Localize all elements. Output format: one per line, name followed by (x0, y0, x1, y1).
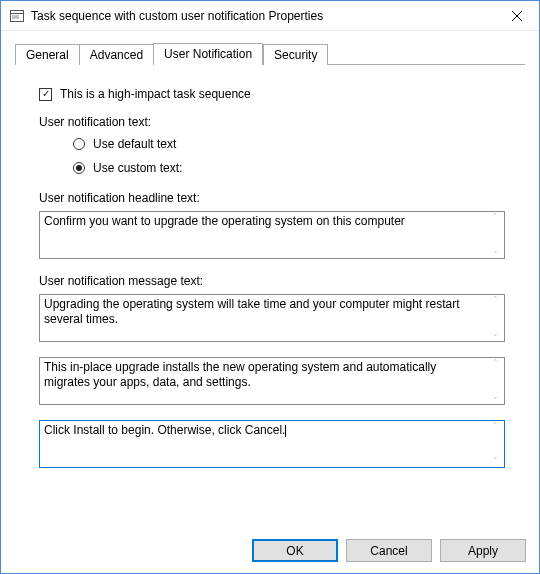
tab-panel-user-notification: ✓ This is a high-impact task sequence Us… (15, 65, 525, 490)
close-button[interactable] (494, 1, 539, 30)
high-impact-checkbox[interactable]: ✓ (39, 88, 52, 101)
high-impact-label: This is a high-impact task sequence (60, 87, 251, 101)
dialog-button-row: OK Cancel Apply (252, 539, 526, 562)
titlebar: Task sequence with custom user notificat… (1, 1, 539, 31)
message-label: User notification message text: (39, 274, 505, 288)
message2-textarea[interactable] (39, 357, 505, 405)
window-title: Task sequence with custom user notificat… (31, 9, 494, 23)
message1-textarea-wrap: ˄ ˅ (39, 294, 505, 345)
tab-strip: General Advanced User Notification Secur… (15, 43, 525, 65)
radio-row-custom: Use custom text: (73, 161, 505, 175)
tab-user-notification[interactable]: User Notification (153, 43, 263, 65)
message1-textarea[interactable] (39, 294, 505, 342)
message3-textarea-wrap: Click Install to begin. Otherwise, click… (39, 420, 505, 468)
radio-default-label: Use default text (93, 137, 176, 151)
ok-button[interactable]: OK (252, 539, 338, 562)
tab-advanced[interactable]: Advanced (79, 44, 154, 65)
notification-text-radio-group: Use default text Use custom text: (39, 137, 505, 175)
dialog-content: General Advanced User Notification Secur… (1, 31, 539, 490)
window-icon (9, 8, 25, 24)
headline-textarea[interactable] (39, 211, 505, 259)
text-caret (285, 425, 286, 437)
message3-textarea[interactable]: Click Install to begin. Otherwise, click… (39, 420, 505, 468)
tab-security[interactable]: Security (263, 44, 328, 65)
message2-textarea-wrap: ˄ ˅ (39, 357, 505, 408)
message3-text: Click Install to begin. Otherwise, click… (44, 423, 285, 437)
radio-row-default: Use default text (73, 137, 505, 151)
radio-default[interactable] (73, 138, 85, 150)
apply-button[interactable]: Apply (440, 539, 526, 562)
radio-custom[interactable] (73, 162, 85, 174)
tab-general[interactable]: General (15, 44, 80, 65)
notification-text-label: User notification text: (39, 115, 505, 129)
headline-textarea-wrap: ˄ ˅ (39, 211, 505, 262)
radio-custom-label: Use custom text: (93, 161, 182, 175)
headline-label: User notification headline text: (39, 191, 505, 205)
high-impact-row: ✓ This is a high-impact task sequence (39, 87, 505, 101)
checkmark-icon: ✓ (42, 89, 50, 99)
cancel-button[interactable]: Cancel (346, 539, 432, 562)
